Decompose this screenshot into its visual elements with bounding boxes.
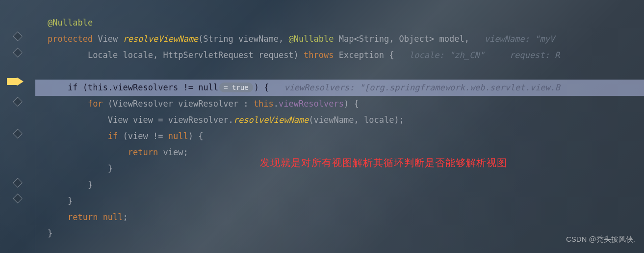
inline-hint: request: R (510, 50, 560, 60)
inline-hint: viewName: "myV (485, 34, 555, 44)
user-annotation-text: 发现就是对所有视图解析其循环判断是否能够解析视图 (260, 155, 507, 171)
inline-hint: viewResolvers: "[org.springframework.web… (284, 83, 560, 92)
code-line[interactable]: if (view != null) { (35, 128, 644, 144)
keyword-token: if (68, 83, 77, 92)
gutter-marker-icon[interactable] (13, 178, 23, 188)
code-line-blank[interactable] (35, 63, 644, 80)
annotation-token: @Nullable (48, 18, 93, 28)
code-line[interactable]: } (35, 193, 644, 209)
code-line[interactable]: } (35, 177, 644, 193)
gutter-marker-icon[interactable] (13, 48, 23, 57)
gutter-marker-icon[interactable] (13, 31, 23, 41)
code-line[interactable]: protected View resolveViewName(String vi… (35, 31, 644, 47)
gutter-marker-icon[interactable] (13, 194, 23, 203)
execution-point-icon[interactable] (17, 77, 24, 86)
method-token: resolveViewName (123, 34, 199, 44)
inline-hint: locale: "zh_CN" (409, 50, 485, 60)
keyword-token: protected (48, 34, 93, 44)
evaluation-pill: = true (219, 83, 253, 92)
code-line-current-execution[interactable]: if (this.viewResolvers != null= true) { … (35, 80, 644, 96)
code-line[interactable]: Locale locale, HttpServletRequest reques… (35, 47, 644, 63)
code-line[interactable]: return null; (35, 209, 644, 225)
editor-gutter[interactable] (0, 0, 35, 253)
gutter-marker-icon[interactable] (13, 129, 23, 139)
csdn-watermark: CSDN @秃头披风侠. (566, 231, 635, 247)
gutter-marker-icon[interactable] (13, 97, 23, 107)
type-token: View (98, 34, 118, 44)
code-line[interactable]: } (35, 225, 644, 242)
code-line[interactable]: @Nullable (35, 15, 644, 31)
code-editor[interactable]: @Nullable protected View resolveViewName… (35, 0, 644, 242)
code-line[interactable]: for (ViewResolver viewResolver : this.vi… (35, 96, 644, 112)
code-line[interactable]: View view = viewResolver.resolveViewName… (35, 112, 644, 128)
